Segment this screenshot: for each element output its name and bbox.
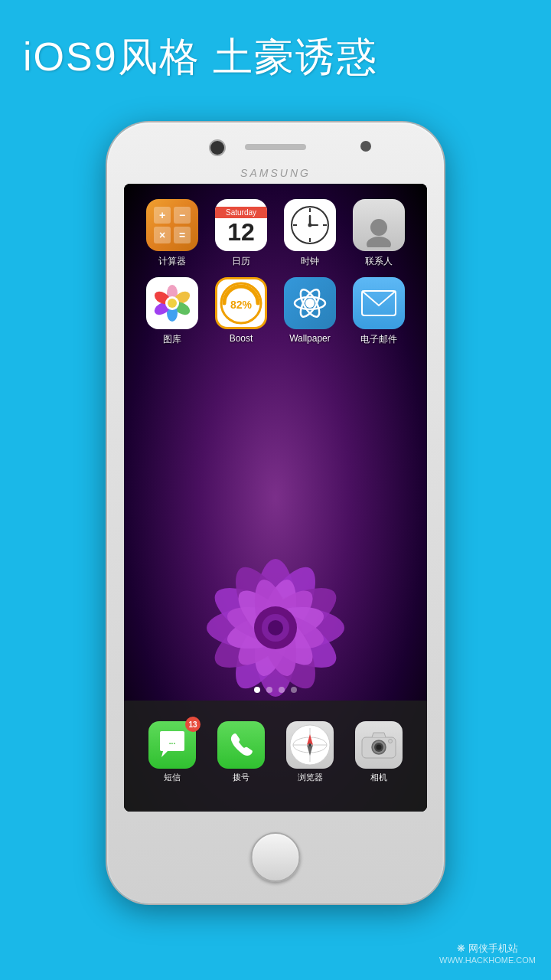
dock-item-safari[interactable]: 浏览器 xyxy=(282,721,337,783)
app-item-boost[interactable]: 82% Boost xyxy=(210,277,272,346)
svg-point-54 xyxy=(389,740,393,743)
svg-point-53 xyxy=(377,745,382,750)
front-sensor xyxy=(360,141,371,152)
dock-label-message: 短信 xyxy=(164,772,181,783)
dock-label-camera: 相机 xyxy=(370,772,387,783)
watermark-url: WWW.HACKHOME.COM xyxy=(439,956,536,965)
app-row-2: 图库 82% Boost xyxy=(138,277,413,346)
svg-point-49 xyxy=(308,743,311,746)
app-item-contacts[interactable]: 联系人 xyxy=(347,199,410,268)
app-label-calendar: 日历 xyxy=(232,255,250,268)
dock-item-phone[interactable]: 拨号 xyxy=(214,721,269,783)
svg-point-35 xyxy=(305,299,315,308)
badge-message: 13 xyxy=(185,717,201,732)
app-label-boost: Boost xyxy=(230,333,253,344)
phone-device: SAMSUNG xyxy=(107,122,444,903)
app-item-clock[interactable]: 时钟 xyxy=(279,199,341,268)
dock-label-safari: 浏览器 xyxy=(298,772,323,783)
speaker-grill xyxy=(245,144,306,150)
app-label-wallpaper: Wallpaper xyxy=(289,333,331,344)
svg-text:...: ... xyxy=(169,737,176,746)
app-item-mail[interactable]: 电子邮件 xyxy=(347,277,410,346)
dock-item-camera[interactable]: 相机 xyxy=(351,721,406,783)
svg-point-14 xyxy=(268,620,283,635)
dock: 13 ... 短信 xyxy=(124,701,427,812)
app-row-1: + − × = 计算器 Saturday xyxy=(138,199,413,268)
home-button[interactable] xyxy=(251,832,301,882)
svg-point-22 xyxy=(308,224,312,227)
app-item-calc[interactable]: + − × = 计算器 xyxy=(141,199,204,268)
app-grid: + − × = 计算器 Saturday xyxy=(124,191,427,363)
svg-point-24 xyxy=(367,237,391,247)
svg-point-23 xyxy=(370,219,387,236)
dot-1 xyxy=(254,687,260,693)
page-dots xyxy=(254,687,297,693)
app-label-mail: 电子邮件 xyxy=(360,333,397,346)
svg-point-32 xyxy=(168,299,177,308)
app-label-calc: 计算器 xyxy=(158,255,186,268)
front-camera xyxy=(210,141,224,155)
dot-4 xyxy=(291,687,297,693)
app-item-photos[interactable]: 图库 xyxy=(141,277,204,346)
watermark-logo: ❋ 网侠手机站 xyxy=(439,942,536,956)
dock-item-message[interactable]: 13 ... 短信 xyxy=(145,721,200,783)
dot-3 xyxy=(279,687,285,693)
phone-body: SAMSUNG xyxy=(107,122,444,903)
app-label-contacts: 联系人 xyxy=(365,255,393,268)
app-label-photos: 图库 xyxy=(163,333,181,346)
app-label-clock: 时钟 xyxy=(301,255,319,268)
app-item-wallpaper[interactable]: Wallpaper xyxy=(279,277,341,346)
watermark: ❋ 网侠手机站 WWW.HACKHOME.COM xyxy=(439,942,536,965)
dot-2 xyxy=(266,687,272,693)
svg-text:82%: 82% xyxy=(230,299,253,311)
phone-screen: + − × = 计算器 Saturday xyxy=(124,184,427,812)
dock-label-phone: 拨号 xyxy=(233,772,249,783)
header-title: iOS9风格 土豪诱惑 xyxy=(23,31,378,84)
brand-label: SAMSUNG xyxy=(240,167,311,179)
app-item-calendar[interactable]: Saturday 12 日历 xyxy=(210,199,272,268)
